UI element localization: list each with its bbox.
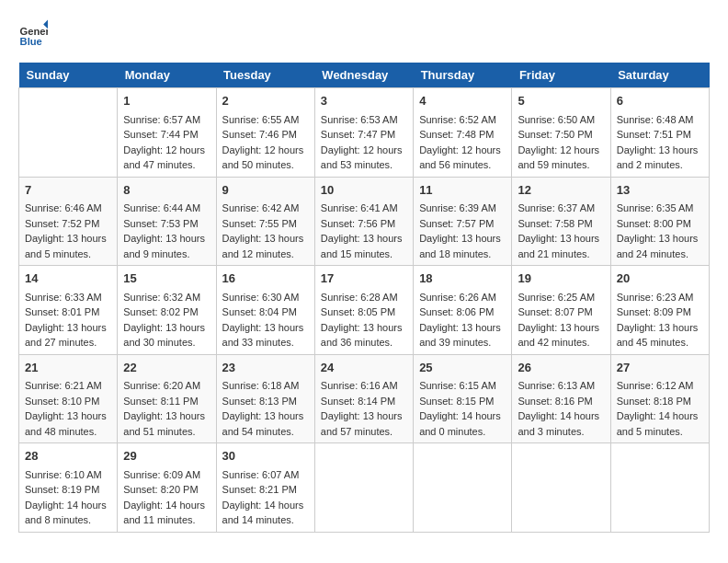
cell-content-line: Sunrise: 6:20 AM — [123, 378, 210, 394]
cell-content-line: Sunrise: 6:23 AM — [617, 290, 703, 305]
day-number: 19 — [518, 270, 604, 288]
cell-content-line: and 27 minutes. — [25, 335, 111, 350]
day-number: 4 — [419, 92, 506, 110]
cell-content-line: Daylight: 12 hours — [123, 143, 210, 158]
cell-content-line: Sunrise: 6:53 AM — [321, 112, 407, 128]
day-number: 25 — [419, 359, 506, 377]
cell-content-line: and 47 minutes. — [123, 157, 210, 173]
cell-content-line: Sunrise: 6:42 AM — [222, 201, 309, 216]
cell-content-line: Sunrise: 6:30 AM — [222, 290, 309, 305]
cell-content-line: and 11 minutes. — [123, 512, 210, 528]
cell-content-line: and 14 minutes. — [222, 512, 309, 528]
calendar-header-cell: Friday — [512, 63, 610, 88]
cell-content-line: and 50 minutes. — [222, 157, 309, 173]
svg-text:General: General — [20, 26, 48, 37]
calendar-cell: 18Sunrise: 6:26 AMSunset: 8:06 PMDayligh… — [414, 266, 512, 355]
day-number: 2 — [222, 92, 309, 110]
cell-content-line: Sunset: 8:20 PM — [123, 482, 210, 498]
cell-content-line: Sunset: 8:04 PM — [222, 304, 309, 320]
calendar-cell: 25Sunrise: 6:15 AMSunset: 8:15 PMDayligh… — [414, 354, 512, 443]
cell-content-line: Sunset: 7:53 PM — [123, 216, 210, 232]
cell-content-line: Daylight: 13 hours — [222, 408, 309, 424]
day-number: 20 — [617, 270, 703, 288]
calendar-cell: 30Sunrise: 6:07 AMSunset: 8:21 PMDayligh… — [216, 443, 314, 533]
calendar-week-row: 21Sunrise: 6:21 AMSunset: 8:10 PMDayligh… — [19, 354, 710, 443]
calendar-body: 1Sunrise: 6:57 AMSunset: 7:44 PMDaylight… — [19, 88, 710, 533]
cell-content-line: Daylight: 13 hours — [25, 320, 111, 336]
day-number: 23 — [222, 359, 309, 377]
cell-content-line: Sunset: 7:46 PM — [222, 127, 309, 143]
day-number: 9 — [222, 181, 309, 200]
day-number: 27 — [617, 359, 703, 377]
day-number: 29 — [123, 447, 210, 465]
cell-content-line: Sunrise: 6:35 AM — [617, 201, 703, 216]
calendar-header-cell: Sunday — [19, 63, 118, 88]
calendar-header-cell: Wednesday — [314, 63, 413, 88]
day-number: 10 — [321, 181, 407, 200]
cell-content-line: Sunset: 8:07 PM — [518, 304, 604, 320]
day-number: 24 — [321, 359, 407, 377]
cell-content-line: and 3 minutes. — [518, 424, 604, 440]
cell-content-line: Sunrise: 6:10 AM — [25, 467, 111, 483]
calendar-cell — [414, 443, 512, 533]
cell-content-line: Sunset: 7:56 PM — [321, 216, 407, 232]
calendar-cell: 22Sunrise: 6:20 AMSunset: 8:11 PMDayligh… — [118, 354, 216, 443]
cell-content-line: Sunset: 8:15 PM — [419, 394, 506, 409]
calendar-header-cell: Thursday — [414, 63, 512, 88]
day-number: 18 — [419, 270, 506, 288]
calendar-cell: 7Sunrise: 6:46 AMSunset: 7:52 PMDaylight… — [19, 177, 118, 266]
day-number: 16 — [222, 270, 309, 288]
calendar-cell: 26Sunrise: 6:13 AMSunset: 8:16 PMDayligh… — [512, 354, 610, 443]
cell-content-line: Sunrise: 6:44 AM — [123, 201, 210, 216]
cell-content-line: and 48 minutes. — [25, 424, 111, 440]
cell-content-line: and 45 minutes. — [617, 335, 703, 350]
calendar-cell — [512, 443, 610, 533]
cell-content-line: Sunset: 8:14 PM — [321, 394, 407, 409]
cell-content-line: Sunset: 7:58 PM — [518, 216, 604, 232]
cell-content-line: Daylight: 12 hours — [222, 143, 309, 158]
day-number: 7 — [25, 181, 111, 200]
day-number: 22 — [123, 359, 210, 377]
day-number: 21 — [25, 359, 111, 377]
cell-content-line: and 30 minutes. — [123, 335, 210, 350]
day-number: 28 — [25, 447, 111, 465]
cell-content-line: Sunrise: 6:18 AM — [222, 378, 309, 394]
cell-content-line: and 53 minutes. — [321, 157, 407, 173]
cell-content-line: Sunset: 7:52 PM — [25, 216, 111, 232]
day-number: 14 — [25, 270, 111, 288]
calendar-cell: 13Sunrise: 6:35 AMSunset: 8:00 PMDayligh… — [610, 177, 709, 266]
cell-content-line: Sunrise: 6:26 AM — [419, 290, 506, 305]
cell-content-line: and 56 minutes. — [419, 157, 506, 173]
calendar-header-cell: Tuesday — [216, 63, 314, 88]
calendar-cell: 27Sunrise: 6:12 AMSunset: 8:18 PMDayligh… — [610, 354, 709, 443]
cell-content-line: and 57 minutes. — [321, 424, 407, 440]
cell-content-line: and 8 minutes. — [25, 512, 111, 528]
calendar-cell: 1Sunrise: 6:57 AMSunset: 7:44 PMDaylight… — [118, 88, 216, 178]
calendar-cell: 11Sunrise: 6:39 AMSunset: 7:57 PMDayligh… — [414, 177, 512, 266]
cell-content-line: and 5 minutes. — [617, 424, 703, 440]
cell-content-line: and 12 minutes. — [222, 247, 309, 262]
calendar-cell: 15Sunrise: 6:32 AMSunset: 8:02 PMDayligh… — [118, 266, 216, 355]
cell-content-line: Daylight: 13 hours — [123, 231, 210, 247]
cell-content-line: Daylight: 13 hours — [419, 320, 506, 336]
cell-content-line: Daylight: 14 hours — [222, 498, 309, 513]
calendar-cell: 9Sunrise: 6:42 AMSunset: 7:55 PMDaylight… — [216, 177, 314, 266]
logo-icon: General Blue — [18, 18, 48, 48]
cell-content-line: and 21 minutes. — [518, 247, 604, 262]
cell-content-line: Sunrise: 6:12 AM — [617, 378, 703, 394]
cell-content-line: Daylight: 13 hours — [25, 231, 111, 247]
cell-content-line: Daylight: 13 hours — [123, 408, 210, 424]
cell-content-line: Sunrise: 6:46 AM — [25, 201, 111, 216]
day-number: 12 — [518, 181, 604, 200]
cell-content-line: Daylight: 13 hours — [518, 231, 604, 247]
cell-content-line: Sunset: 7:51 PM — [617, 127, 703, 143]
svg-text:Blue: Blue — [20, 36, 42, 47]
calendar-cell — [314, 443, 413, 533]
calendar-cell — [610, 443, 709, 533]
cell-content-line: Daylight: 13 hours — [321, 408, 407, 424]
cell-content-line: Daylight: 12 hours — [419, 143, 506, 158]
cell-content-line: Daylight: 13 hours — [617, 320, 703, 336]
day-number: 8 — [123, 181, 210, 200]
cell-content-line: and 0 minutes. — [419, 424, 506, 440]
cell-content-line: Daylight: 14 hours — [419, 408, 506, 424]
